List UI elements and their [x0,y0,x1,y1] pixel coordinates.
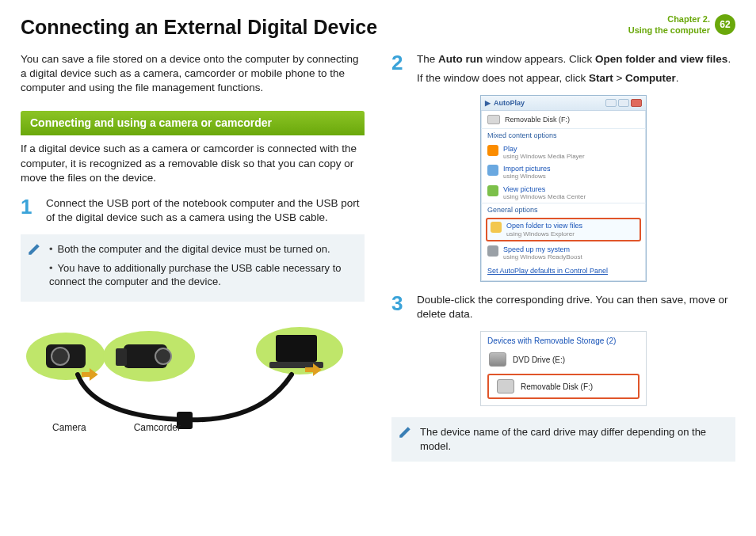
drive-icon [487,115,500,124]
autoplay-item-import[interactable]: Import picturesusing Windows [481,162,646,183]
step2-start: Start [589,72,613,84]
note-item-1: Both the computer and the digital device… [49,242,355,257]
step-number-3: 3 [391,293,409,321]
autoplay-defaults-link[interactable]: Set AutoPlay defaults in Control Panel [481,263,646,280]
autoplay-play-sub: using Windows Media Player [503,153,585,160]
window-close-icon[interactable] [631,99,642,107]
autoplay-speed-label: Speed up my system [503,245,582,253]
step-1-text: Connect the USB port of the notebook com… [46,196,365,225]
autoplay-general-header: General options [481,203,646,216]
page-number-badge: 62 [715,14,735,35]
left-column: You can save a file stored on a device o… [21,52,365,473]
storage-item-dvd[interactable]: DVD Drive (E:) [481,348,646,371]
storage-item-removable[interactable]: Removable Disk (F:) [487,374,640,399]
autoplay-item-view[interactable]: View picturesusing Windows Media Center [481,183,646,203]
import-icon [487,165,498,176]
autoplay-item-speedup[interactable]: Speed up my systemusing Windows ReadyBoo… [481,243,646,264]
autoplay-import-label: Import pictures [503,165,551,173]
note-box-usb: Both the computer and the digital device… [21,234,365,302]
view-icon [487,185,498,196]
removable-disk-icon [497,379,514,393]
svg-point-6 [155,348,171,364]
step-2: 2 The Auto run window appears. Click Ope… [391,52,735,86]
step2-openfolder: Open folder and view files [595,53,727,65]
right-column: 2 The Auto run window appears. Click Ope… [391,52,735,473]
page-title: Connecting an External Digital Device [21,14,377,41]
diagram-label-camcorder: Camcorder [134,421,181,434]
note-icon [27,242,41,257]
autoplay-title-text: AutoPlay [494,98,525,108]
step2-autorun: Auto run [438,53,483,65]
autoplay-play-label: Play [503,145,585,153]
window-maximize-icon[interactable] [618,99,629,107]
step2-line2a: If the window does not appear, click [417,72,589,84]
removable-disk-label: Removable Disk (F:) [521,382,593,393]
autoplay-view-label: View pictures [503,185,586,193]
page-header: Connecting an External Digital Device Ch… [21,14,735,41]
autoplay-titlebar: ▶ AutoPlay [481,96,646,111]
window-minimize-icon[interactable] [605,99,617,107]
step2-mid: window appears. Click [483,53,595,65]
storage-header: Devices with Removable Storage (2) [481,332,646,349]
note-box-device-name: The device name of the card drive may di… [391,417,735,461]
section-heading: Connecting and using a camera or camcord… [21,111,365,135]
step-3-text: Double-click the corresponding drive. Yo… [417,293,735,321]
dvd-drive-label: DVD Drive (E:) [513,355,565,366]
removable-storage-panel: Devices with Removable Storage (2) DVD D… [480,331,647,407]
step-number-1: 1 [21,196,38,225]
autoplay-window: ▶ AutoPlay Removable Disk (F:) Mixed con… [480,95,647,281]
step2-line2end: . [676,72,679,84]
autoplay-icon: ▶ [485,98,491,108]
autoplay-mixed-header: Mixed content options [481,128,646,142]
autoplay-item-open-folder[interactable]: Open folder to view filesusing Windows E… [486,218,641,241]
autoplay-speed-sub: using Windows ReadyBoost [503,253,582,260]
autoplay-drive-label: Removable Disk (F:) [505,115,570,124]
autoplay-drive-row: Removable Disk (F:) [481,111,646,128]
step2-gt: > [613,72,625,84]
step-number-2: 2 [391,52,409,86]
dvd-drive-icon [489,352,506,367]
autoplay-view-sub: using Windows Media Center [503,193,586,200]
autoplay-open-label: Open folder to view files [506,222,582,230]
note-item-2: You have to additionally purchase the US… [49,261,355,289]
section-description: If a digital device such as a camera or … [21,142,365,185]
wmp-icon [487,145,498,156]
connection-diagram: Camera Camcorder [21,313,365,434]
chapter-info: Chapter 2. Using the computer 62 [628,14,735,36]
intro-text: You can save a file stored on a device o… [21,52,365,96]
folder-icon [491,222,502,233]
step2-computer: Computer [625,72,676,84]
step2-end: . [727,53,731,65]
note-device-name-text: The device name of the card drive may di… [420,425,726,453]
autoplay-import-sub: using Windows [503,173,551,180]
readyboost-icon [487,245,498,257]
step2-pre: The [417,53,438,65]
step-1: 1 Connect the USB port of the notebook c… [21,196,365,225]
autoplay-item-play[interactable]: Playusing Windows Media Player [481,143,646,163]
chapter-line-2: Using the computer [628,25,710,36]
note-icon [398,425,412,439]
step-3: 3 Double-click the corresponding drive. … [391,293,735,321]
autoplay-open-sub: using Windows Explorer [506,230,582,238]
svg-rect-7 [116,348,127,366]
svg-rect-8 [276,335,317,362]
diagram-label-camera: Camera [52,421,86,434]
svg-point-4 [52,348,69,365]
chapter-line-1: Chapter 2. [628,14,710,25]
step-2-text: The Auto run window appears. Click Open … [417,52,731,86]
